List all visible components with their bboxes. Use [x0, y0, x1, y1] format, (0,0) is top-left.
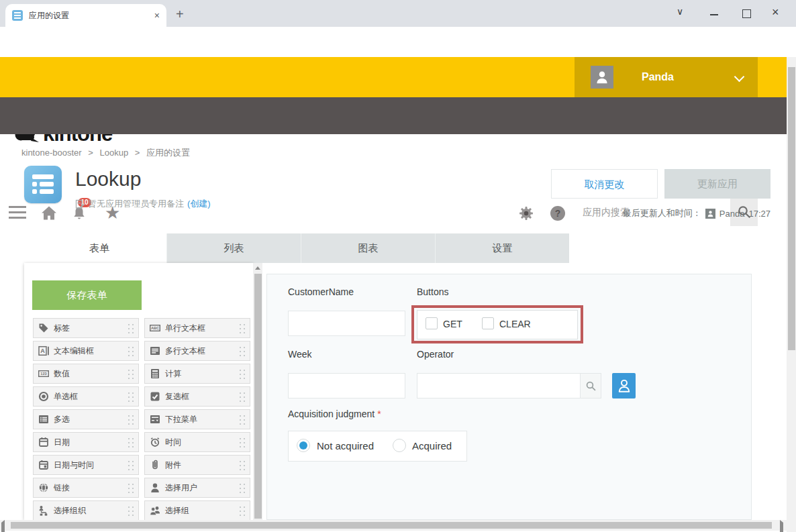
- operator-search-button[interactable]: [580, 374, 601, 398]
- chevron-down-icon: [734, 72, 745, 83]
- user-menu[interactable]: Panda: [575, 57, 758, 97]
- palette-item-label: 复选框: [165, 391, 189, 403]
- palette-item-time[interactable]: 时间: [144, 432, 250, 452]
- palette-item-radio-button[interactable]: 单选框: [33, 386, 139, 407]
- palette-item-tag[interactable]: 标签: [33, 318, 139, 338]
- browser-window: 应用的设置 × + ∨ × ← → ↻ ⌂ pandafirm.cybozu.c…: [0, 0, 796, 532]
- breadcrumb-current: 应用的设置: [146, 148, 190, 158]
- week-input[interactable]: [288, 373, 405, 398]
- palette-item-org-select[interactable]: 选择组织: [33, 500, 139, 520]
- palette-item-label: 选择组: [165, 505, 189, 517]
- palette-item-rich-text[interactable]: A 文本编辑框: [33, 341, 139, 361]
- field-label-acquisition: Acquisition judgment*: [288, 409, 381, 419]
- gear-icon[interactable]: [519, 206, 534, 221]
- palette-item-multi-choice[interactable]: 多选: [33, 409, 139, 429]
- help-icon[interactable]: ?: [550, 206, 565, 221]
- svg-text:123: 123: [40, 372, 46, 376]
- palette-item-dropdown[interactable]: 下拉菜单: [144, 409, 250, 429]
- customer-name-input[interactable]: [288, 311, 405, 336]
- palette-item-label: 日期与时间: [54, 460, 94, 471]
- cancel-changes-button[interactable]: 取消更改: [551, 169, 658, 199]
- last-updated-avatar: [705, 209, 715, 219]
- palette-item-number[interactable]: 123 数值: [33, 364, 139, 384]
- palette-item-label: 标签: [54, 323, 70, 334]
- hamburger-menu-icon[interactable]: [9, 206, 26, 222]
- palette-item-label: 日期: [54, 437, 70, 448]
- drag-handle-icon: [127, 391, 135, 403]
- palette-item-label: 链接: [54, 482, 70, 494]
- palette-item-label: 多行文本框: [165, 345, 205, 357]
- last-updated-user: Panda: [719, 209, 745, 219]
- tab-form[interactable]: 表单: [32, 233, 166, 263]
- app-icon: [24, 166, 62, 203]
- field-palette: 保存表单 标签 ABC 单行文本框 A 文本编辑框: [24, 263, 253, 520]
- last-updated-label: 最后更新人和时间：: [623, 207, 701, 219]
- scroll-left-arrow[interactable]: [1, 523, 5, 532]
- palette-grid: 标签 ABC 单行文本框 A 文本编辑框: [33, 318, 250, 520]
- window-minimize-button[interactable]: [710, 14, 718, 15]
- abc-text-icon: ABC: [150, 323, 160, 333]
- palette-item-label: 数值: [54, 368, 70, 380]
- save-form-button[interactable]: 保存表单: [32, 280, 142, 310]
- tab-close-icon[interactable]: ×: [154, 10, 160, 21]
- update-app-button[interactable]: 更新应用: [664, 169, 770, 199]
- radio-not-acquired[interactable]: [297, 439, 310, 452]
- palette-item-datetime[interactable]: 日期与时间: [33, 455, 139, 475]
- field-label-operator: Operator: [417, 349, 454, 360]
- page-title: Lookup: [75, 168, 141, 191]
- palette-scrollbar-thumb[interactable]: [254, 274, 262, 519]
- multi-choice-icon: [38, 414, 49, 425]
- tab-settings[interactable]: 设置: [435, 233, 569, 263]
- palette-item-link[interactable]: 链接: [33, 478, 139, 498]
- palette-item-label: 附件: [165, 460, 181, 471]
- palette-scroll-up-arrow[interactable]: [253, 263, 262, 272]
- field-label-week: Week: [288, 349, 312, 360]
- note-icon: [75, 199, 85, 209]
- drag-handle-icon: [238, 460, 246, 471]
- palette-item-attachment[interactable]: 附件: [144, 455, 250, 475]
- operator-input[interactable]: [417, 373, 601, 398]
- svg-text:ABC: ABC: [151, 326, 159, 330]
- window-close-button[interactable]: ×: [772, 5, 779, 19]
- new-tab-button[interactable]: +: [176, 7, 184, 22]
- tab-list[interactable]: 列表: [166, 233, 301, 263]
- palette-item-single-line-text[interactable]: ABC 单行文本框: [144, 318, 250, 338]
- buttons-field-box: [417, 310, 578, 339]
- horizontal-scrollbar-thumb[interactable]: [11, 522, 772, 529]
- field-label-customer-name: CustomerName: [288, 286, 354, 297]
- tab-chart[interactable]: 图表: [301, 233, 435, 263]
- window-maximize-button[interactable]: [742, 9, 751, 18]
- palette-item-user-select[interactable]: 选择用户: [144, 478, 250, 498]
- breadcrumb-space[interactable]: kintone-booster: [21, 148, 82, 158]
- browser-scrollbar-thumb[interactable]: [788, 67, 795, 350]
- select-user-button[interactable]: [612, 373, 636, 398]
- tag-icon: [38, 323, 49, 333]
- person-icon: [595, 70, 609, 85]
- calendar-time-icon: [38, 460, 49, 470]
- drag-handle-icon: [238, 414, 246, 425]
- home-icon[interactable]: [40, 205, 58, 221]
- breadcrumb-separator: >: [88, 148, 93, 158]
- clear-checkbox[interactable]: [482, 317, 494, 329]
- browser-titlebar: 应用的设置 × + ∨ ×: [0, 0, 796, 27]
- note-create-link[interactable]: (创建): [187, 198, 211, 210]
- palette-item-multi-line-text[interactable]: 多行文本框: [144, 341, 250, 361]
- scroll-right-arrow[interactable]: [780, 523, 783, 532]
- breadcrumb: kintone-booster > Lookup > 应用的设置: [21, 147, 194, 159]
- palette-item-group-select[interactable]: 选择组: [144, 500, 250, 520]
- browser-tab[interactable]: 应用的设置 ×: [5, 4, 166, 27]
- get-checkbox[interactable]: [426, 317, 438, 329]
- palette-item-label: 单选框: [54, 391, 78, 403]
- palette-item-checkbox[interactable]: 复选框: [144, 386, 250, 407]
- palette-item-date[interactable]: 日期: [33, 432, 139, 452]
- drag-handle-icon: [127, 460, 135, 471]
- drag-handle-icon: [238, 505, 246, 517]
- person-outline-icon: [617, 378, 632, 393]
- svg-text:A: A: [40, 348, 45, 354]
- radio-acquired[interactable]: [393, 439, 406, 452]
- palette-item-calculated[interactable]: 计算: [144, 364, 250, 384]
- palette-item-label: 多选: [54, 414, 70, 425]
- tab-search-chevron-icon[interactable]: ∨: [677, 6, 683, 17]
- checkbox-icon: [150, 391, 160, 402]
- breadcrumb-app[interactable]: Lookup: [99, 148, 128, 158]
